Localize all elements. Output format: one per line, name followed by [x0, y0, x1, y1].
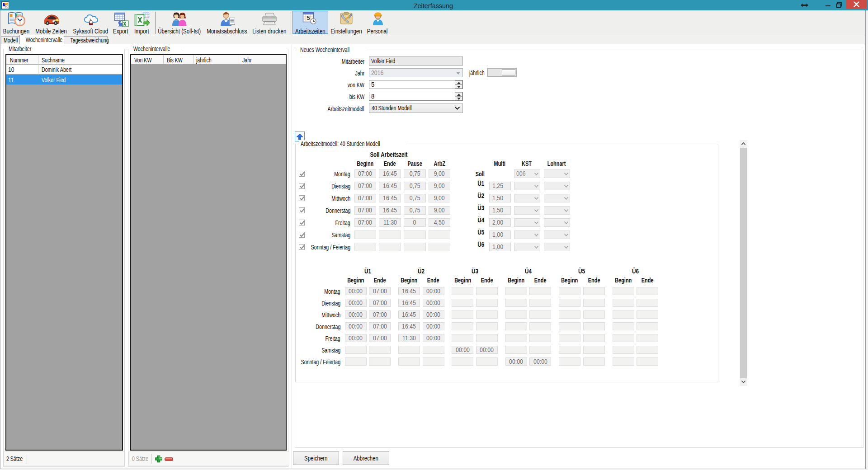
svg-text:5: 5	[307, 14, 310, 21]
